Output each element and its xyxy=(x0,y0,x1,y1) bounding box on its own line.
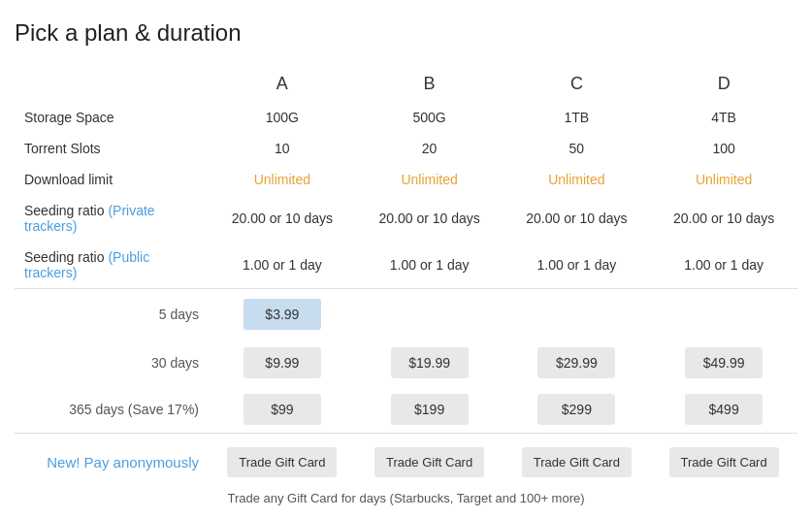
seeding-public-a: 1.00 or 1 day xyxy=(209,242,356,289)
price-5days-a[interactable]: $3.99 xyxy=(209,289,356,341)
price-5days-a-button[interactable]: $3.99 xyxy=(244,299,321,330)
seeding-public-text: Seeding ratio (Public trackers) xyxy=(24,249,149,280)
storage-c: 1TB xyxy=(503,102,651,133)
torrent-b: 20 xyxy=(356,133,503,164)
seeding-private-d: 20.00 or 10 days xyxy=(650,195,797,242)
seeding-public-c: 1.00 or 1 day xyxy=(503,242,651,289)
footer-text: Trade any Gift Card for days (Starbucks,… xyxy=(15,485,797,511)
trade-btn-b[interactable]: Trade Gift Card xyxy=(356,434,503,486)
price-365days-row: 365 days (Save 17%) $99 $199 $299 $499 xyxy=(15,386,797,434)
price-365days-d[interactable]: $499 xyxy=(650,386,797,434)
price-30days-row: 30 days $9.99 $19.99 $29.99 $49.99 xyxy=(15,340,797,386)
torrent-d: 100 xyxy=(650,133,797,164)
col-header-a: A xyxy=(209,66,356,102)
plans-table: A B C D Storage Space 100G 500G 1TB 4TB … xyxy=(15,66,797,511)
seeding-public-b: 1.00 or 1 day xyxy=(356,242,503,289)
storage-a: 100G xyxy=(209,102,356,133)
price-30days-b-button[interactable]: $19.99 xyxy=(391,347,469,378)
seeding-private-label: Seeding ratio (Private trackers) xyxy=(15,195,209,242)
empty-header xyxy=(15,66,209,102)
seeding-public-row: Seeding ratio (Public trackers) 1.00 or … xyxy=(15,242,797,289)
trade-gift-card-d-button[interactable]: Trade Gift Card xyxy=(669,447,779,477)
seeding-public-label: Seeding ratio (Public trackers) xyxy=(15,242,209,289)
new-pay-label: New! Pay anonymously xyxy=(15,434,209,486)
price-5days-d xyxy=(650,289,797,341)
torrent-a: 10 xyxy=(209,133,356,164)
seeding-private-b: 20.00 or 10 days xyxy=(356,195,503,242)
price-365days-d-button[interactable]: $499 xyxy=(685,394,763,425)
private-trackers-text: (Private trackers) xyxy=(24,203,155,234)
download-d: Unlimited xyxy=(650,164,797,195)
storage-d: 4TB xyxy=(650,102,797,133)
price-30days-a-button[interactable]: $9.99 xyxy=(244,347,321,378)
footer-row: Trade any Gift Card for days (Starbucks,… xyxy=(15,485,797,511)
page-title: Pick a plan & duration xyxy=(15,19,797,47)
price-365days-a-button[interactable]: $99 xyxy=(244,394,321,425)
seeding-private-text: Seeding ratio (Private trackers) xyxy=(24,203,155,234)
storage-b: 500G xyxy=(356,102,503,133)
trade-btn-c[interactable]: Trade Gift Card xyxy=(503,434,651,486)
trade-gift-card-b-button[interactable]: Trade Gift Card xyxy=(374,447,484,477)
price-365days-c[interactable]: $299 xyxy=(503,386,651,434)
download-b: Unlimited xyxy=(356,164,503,195)
price-30days-b[interactable]: $19.99 xyxy=(356,340,503,386)
price-30days-label: 30 days xyxy=(15,340,209,386)
price-30days-d[interactable]: $49.99 xyxy=(650,340,797,386)
price-30days-c-button[interactable]: $29.99 xyxy=(537,347,615,378)
pay-anon-row: New! Pay anonymously Trade Gift Card Tra… xyxy=(15,434,797,486)
price-30days-c[interactable]: $29.99 xyxy=(503,340,651,386)
trade-gift-card-c-button[interactable]: Trade Gift Card xyxy=(522,447,632,477)
seeding-private-c: 20.00 or 10 days xyxy=(503,195,651,242)
storage-row: Storage Space 100G 500G 1TB 4TB xyxy=(15,102,797,133)
public-trackers-text: (Public trackers) xyxy=(24,249,149,280)
col-header-d: D xyxy=(650,66,797,102)
price-30days-d-button[interactable]: $49.99 xyxy=(685,347,763,378)
torrent-c: 50 xyxy=(503,133,651,164)
price-365days-a[interactable]: $99 xyxy=(209,386,356,434)
price-5days-row: 5 days $3.99 xyxy=(15,289,797,341)
col-header-b: B xyxy=(356,66,503,102)
col-header-c: C xyxy=(503,66,651,102)
storage-label: Storage Space xyxy=(15,102,209,133)
price-365days-label: 365 days (Save 17%) xyxy=(15,386,209,434)
torrent-row: Torrent Slots 10 20 50 100 xyxy=(15,133,797,164)
price-30days-a[interactable]: $9.99 xyxy=(209,340,356,386)
price-5days-c xyxy=(503,289,651,341)
price-365days-b-button[interactable]: $199 xyxy=(391,394,469,425)
price-5days-b xyxy=(356,289,503,341)
torrent-label: Torrent Slots xyxy=(15,133,209,164)
price-365days-c-button[interactable]: $299 xyxy=(537,394,615,425)
price-365days-b[interactable]: $199 xyxy=(356,386,503,434)
seeding-private-row: Seeding ratio (Private trackers) 20.00 o… xyxy=(15,195,797,242)
download-row: Download limit Unlimited Unlimited Unlim… xyxy=(15,164,797,195)
download-c: Unlimited xyxy=(503,164,651,195)
main-container: Pick a plan & duration A B C D Storage S… xyxy=(0,0,812,519)
trade-gift-card-a-button[interactable]: Trade Gift Card xyxy=(227,447,337,477)
download-label: Download limit xyxy=(15,164,209,195)
trade-btn-d[interactable]: Trade Gift Card xyxy=(650,434,797,486)
download-a: Unlimited xyxy=(209,164,356,195)
seeding-public-d: 1.00 or 1 day xyxy=(650,242,797,289)
price-5days-label: 5 days xyxy=(15,289,209,341)
trade-btn-a[interactable]: Trade Gift Card xyxy=(209,434,356,486)
seeding-private-a: 20.00 or 10 days xyxy=(209,195,356,242)
